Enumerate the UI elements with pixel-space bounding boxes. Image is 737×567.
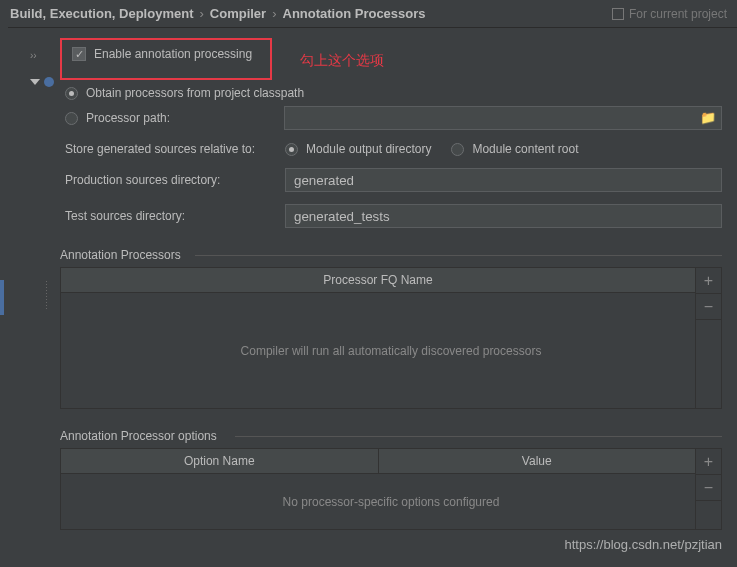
breadcrumb-annotation[interactable]: Annotation Processors bbox=[283, 6, 426, 21]
folder-icon[interactable]: 📁 bbox=[700, 110, 716, 125]
processor-fq-header: Processor FQ Name bbox=[61, 268, 695, 292]
chevron-down-icon bbox=[30, 79, 40, 85]
add-processor-button[interactable]: + bbox=[696, 268, 721, 294]
enable-annotation-label: Enable annotation processing bbox=[94, 47, 252, 61]
options-empty-text: No processor-specific options configured bbox=[61, 474, 721, 529]
chevron-right-icon: › bbox=[199, 6, 203, 21]
obtain-classpath-radio[interactable] bbox=[65, 87, 78, 100]
header: Build, Execution, Deployment › Compiler … bbox=[0, 0, 737, 28]
breadcrumb: Build, Execution, Deployment › Compiler … bbox=[10, 6, 426, 21]
highlight-annotation: Enable annotation processing bbox=[60, 38, 272, 80]
option-value-header: Value bbox=[379, 449, 696, 473]
processors-section-label: Annotation Processors bbox=[60, 248, 722, 262]
test-dir-input[interactable] bbox=[285, 204, 722, 228]
remove-option-button[interactable]: − bbox=[696, 475, 721, 501]
production-dir-input[interactable] bbox=[285, 168, 722, 192]
tree-toggle[interactable] bbox=[30, 77, 54, 87]
collapse-button[interactable]: ›› bbox=[30, 50, 37, 61]
production-dir-label: Production sources directory: bbox=[65, 173, 275, 187]
obtain-classpath-label: Obtain processors from project classpath bbox=[86, 86, 304, 100]
module-dot-icon bbox=[44, 77, 54, 87]
add-option-button[interactable]: + bbox=[696, 449, 721, 475]
watermark-text: https://blog.csdn.net/pzjtian bbox=[564, 537, 722, 552]
project-icon bbox=[612, 8, 624, 20]
processors-empty-text: Compiler will run all automatically disc… bbox=[61, 293, 721, 408]
processor-path-input[interactable] bbox=[284, 106, 722, 130]
module-output-radio[interactable] bbox=[285, 143, 298, 156]
processor-path-radio[interactable] bbox=[65, 112, 78, 125]
enable-annotation-checkbox[interactable] bbox=[72, 47, 86, 61]
splitter-grip[interactable] bbox=[45, 280, 48, 310]
store-relative-label: Store generated sources relative to: bbox=[65, 142, 275, 156]
callout-text: 勾上这个选项 bbox=[300, 52, 384, 70]
remove-processor-button[interactable]: − bbox=[696, 294, 721, 320]
module-content-radio[interactable] bbox=[451, 143, 464, 156]
test-dir-label: Test sources directory: bbox=[65, 209, 275, 223]
options-section-label: Annotation Processor options bbox=[60, 429, 722, 443]
module-content-label: Module content root bbox=[472, 142, 578, 156]
options-table: Option Name Value No processor-specific … bbox=[60, 448, 722, 530]
for-project-label: For current project bbox=[612, 7, 727, 21]
module-output-label: Module output directory bbox=[306, 142, 431, 156]
chevron-right-icon: › bbox=[272, 6, 276, 21]
breadcrumb-build[interactable]: Build, Execution, Deployment bbox=[10, 6, 193, 21]
processor-path-label: Processor path: bbox=[86, 111, 276, 125]
breadcrumb-compiler[interactable]: Compiler bbox=[210, 6, 266, 21]
processors-table: Processor FQ Name Compiler will run all … bbox=[60, 267, 722, 409]
option-name-header: Option Name bbox=[61, 449, 379, 473]
